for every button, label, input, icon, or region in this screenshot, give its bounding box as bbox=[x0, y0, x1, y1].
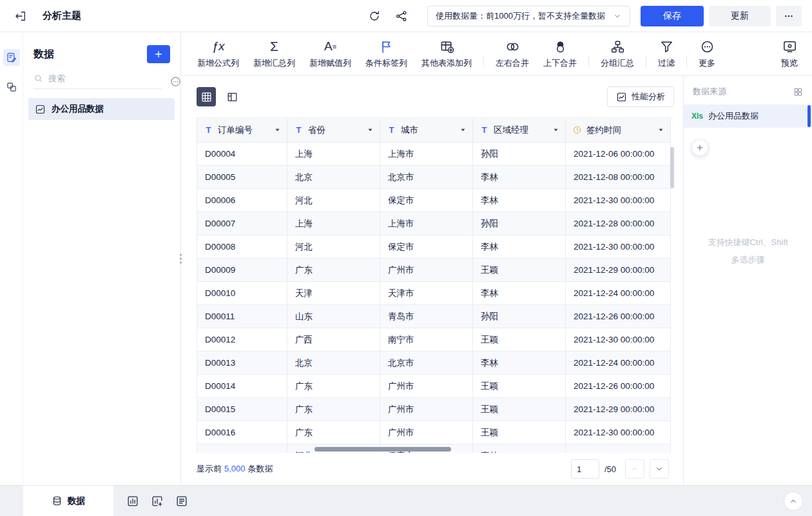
chevron-down-icon bbox=[613, 12, 622, 21]
table-cell: 2021-12-08 00:00:00 bbox=[566, 166, 671, 189]
lineage-button[interactable] bbox=[391, 6, 412, 26]
toolbar-merge-top-bottom[interactable]: 上下合并 bbox=[536, 39, 584, 69]
page-down-button[interactable] bbox=[650, 459, 669, 479]
page-input[interactable] bbox=[571, 459, 599, 479]
column-dropdown-caret[interactable] bbox=[275, 127, 280, 133]
add-component-button[interactable] bbox=[151, 495, 164, 508]
main-row: 数据 办公用品数据 ƒx新增公式列Σ新增汇总列A≡新增赋值列条件标签列其他表 bbox=[0, 32, 812, 485]
table-cell: 2021-12-24 00:00:00 bbox=[566, 352, 671, 375]
dataset-item[interactable]: 办公用品数据 bbox=[28, 98, 175, 120]
toolbar-divider bbox=[483, 56, 484, 67]
table-cell: 北京 bbox=[287, 352, 380, 375]
strip-edit-data-button[interactable] bbox=[3, 49, 20, 66]
toolbar-add-column-from-other-table[interactable]: 其他表添加列 bbox=[414, 39, 479, 69]
xls-badge: Xls bbox=[691, 112, 703, 121]
add-step-button[interactable] bbox=[691, 139, 708, 156]
column-dropdown-caret[interactable] bbox=[658, 127, 664, 133]
row-count-prefix: 显示前 bbox=[197, 464, 222, 473]
performance-analysis-button[interactable]: 性能分析 bbox=[607, 86, 674, 107]
toolbar-divider bbox=[588, 56, 589, 67]
performance-chart-icon bbox=[616, 92, 627, 103]
toolbar-group-aggregate[interactable]: 分组汇总 bbox=[594, 39, 641, 69]
column-dropdown-caret[interactable] bbox=[553, 127, 559, 133]
column-header[interactable]: 签约时间 bbox=[566, 118, 671, 143]
toolbar-add-assignment-column[interactable]: A≡新增赋值列 bbox=[302, 39, 358, 69]
table-cell: 2021-12-30 00:00:00 bbox=[566, 421, 671, 444]
toolbar-label: 分组汇总 bbox=[601, 57, 634, 69]
search-row bbox=[23, 74, 180, 98]
layout-view-icon bbox=[226, 91, 238, 103]
search-input[interactable] bbox=[48, 74, 162, 83]
toolbar-filter[interactable]: 过滤 bbox=[651, 39, 682, 69]
row-count-text: 显示前5,000条数据 bbox=[197, 463, 273, 475]
table-cell: 河北 bbox=[287, 189, 380, 212]
right-panel: 数据来源 Xls 办公用品数据 支持快捷键Ctrl、Shift bbox=[683, 76, 812, 485]
table-cell: 广东 bbox=[287, 259, 380, 282]
toolbar-add-formula-column[interactable]: ƒx新增公式列 bbox=[190, 39, 246, 69]
table-cell: 王颖 bbox=[473, 421, 566, 444]
app-window: 分析主题 使用数据量：前1000万行，暂不支持全量数据 保存 更新 bbox=[0, 0, 812, 516]
panel-resize-handle[interactable] bbox=[175, 254, 186, 264]
center-column: ƒx新增公式列Σ新增汇总列A≡新增赋值列条件标签列其他表添加列左右合并上下合并分… bbox=[181, 32, 812, 485]
tab-data[interactable]: 数据 bbox=[23, 486, 113, 516]
table-area: 性能分析 T订单编号T省份T城市T区域经理签约时间 D00004上海上海市孙阳2… bbox=[181, 76, 683, 485]
toolbar-preview[interactable]: 预览 bbox=[774, 39, 798, 69]
relation-icon bbox=[6, 81, 17, 93]
update-button[interactable]: 更新 bbox=[709, 6, 771, 26]
grid-view-toggle[interactable] bbox=[197, 87, 216, 106]
search-more-button[interactable] bbox=[169, 75, 182, 88]
column-label: 签约时间 bbox=[586, 124, 653, 136]
toolbar-label: 更多 bbox=[699, 57, 715, 69]
collapse-panel-button[interactable] bbox=[784, 491, 803, 511]
layout-switch-button[interactable] bbox=[793, 87, 803, 97]
add-dataset-button[interactable] bbox=[147, 45, 170, 63]
report-icon bbox=[175, 495, 188, 508]
right-panel-header: 数据来源 bbox=[684, 76, 812, 104]
column-header[interactable]: T区域经理 bbox=[473, 118, 566, 143]
table-cell: D00016 bbox=[197, 421, 287, 444]
table-row: D00006河北保定市李林2021-12-30 00:00:00 bbox=[197, 189, 671, 212]
circled-more-icon bbox=[169, 75, 182, 88]
bar-chart-icon bbox=[126, 495, 139, 508]
table-cell: 孙阳 bbox=[473, 212, 566, 235]
icon-strip bbox=[0, 32, 23, 485]
table-cell: 北京市 bbox=[380, 352, 473, 375]
layout-view-toggle[interactable] bbox=[222, 87, 242, 106]
toolbar-merge-left-right[interactable]: 左右合并 bbox=[488, 39, 536, 69]
toolbar-divider bbox=[646, 56, 646, 67]
data-limit-select[interactable]: 使用数据量：前1000万行，暂不支持全量数据 bbox=[427, 6, 630, 26]
report-list-button[interactable] bbox=[175, 495, 188, 508]
table-cell: 广州市 bbox=[380, 421, 473, 444]
table-cell: D00008 bbox=[197, 235, 287, 259]
more-actions-button[interactable] bbox=[776, 6, 802, 26]
column-header[interactable]: T城市 bbox=[380, 118, 473, 143]
table-cell: D00006 bbox=[197, 189, 287, 212]
toolbar-label: 新增赋值列 bbox=[309, 57, 351, 69]
toolbar-add-aggregate-column[interactable]: Σ新增汇总列 bbox=[246, 39, 302, 69]
exit-edit-button[interactable] bbox=[10, 6, 31, 26]
content-row: 性能分析 T订单编号T省份T城市T区域经理签约时间 D00004上海上海市孙阳2… bbox=[181, 76, 812, 485]
toolbar-more[interactable]: 更多 bbox=[691, 39, 722, 69]
plus-icon bbox=[154, 50, 163, 59]
table-header-row: T订单编号T省份T城市T区域经理签约时间 bbox=[197, 118, 671, 143]
refresh-button[interactable] bbox=[364, 6, 385, 26]
row-count-suffix: 条数据 bbox=[248, 464, 273, 473]
table-cell: 2021-12-30 00:00:00 bbox=[566, 189, 671, 212]
page-up-button[interactable] bbox=[625, 459, 644, 479]
component-chart-button[interactable] bbox=[126, 495, 139, 508]
column-header[interactable]: T订单编号 bbox=[197, 118, 287, 143]
vertical-scrollbar[interactable] bbox=[670, 147, 674, 188]
table-cell: 王颖 bbox=[473, 328, 566, 352]
toolbar-condition-tag-column[interactable]: 条件标签列 bbox=[358, 39, 414, 69]
table-cell: D00015 bbox=[197, 398, 287, 421]
table-cell: 广东 bbox=[287, 421, 380, 444]
preview-icon bbox=[782, 39, 797, 54]
save-button[interactable]: 保存 bbox=[641, 6, 704, 26]
strip-relation-button[interactable] bbox=[3, 79, 20, 95]
tab-data-label: 数据 bbox=[68, 495, 86, 507]
data-source-step[interactable]: Xls 办公用品数据 bbox=[684, 104, 812, 128]
column-dropdown-caret[interactable] bbox=[460, 127, 466, 133]
horizontal-scrollbar[interactable] bbox=[314, 447, 451, 452]
column-header[interactable]: T省份 bbox=[287, 118, 380, 143]
column-dropdown-caret[interactable] bbox=[367, 127, 373, 133]
